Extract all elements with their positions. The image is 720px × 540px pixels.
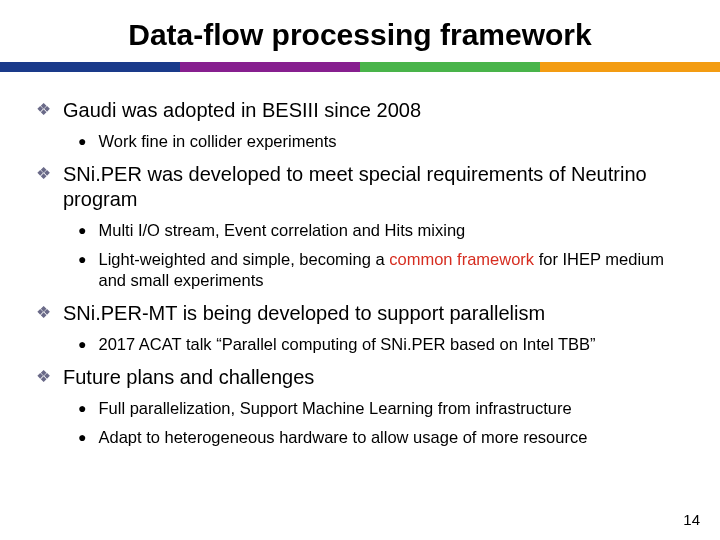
stripe-segment	[360, 62, 540, 72]
bullet-l2: ● Light-weighted and simple, becoming a …	[78, 249, 692, 291]
bullet-l2-text: Adapt to heterogeneous hardware to allow…	[98, 427, 587, 448]
bullet-l1-text: Gaudi was adopted in BESIII since 2008	[63, 98, 421, 123]
text-span: Light-weighted and simple, becoming a	[98, 250, 389, 268]
bullet-l2-text: 2017 ACAT talk “Parallel computing of SN…	[98, 334, 595, 355]
bullet-l2: ● Multi I/O stream, Event correlation an…	[78, 220, 692, 241]
dot-bullet-icon: ●	[78, 398, 86, 418]
slide-title: Data-flow processing framework	[0, 0, 720, 62]
bullet-l1-text: SNi.PER was developed to meet special re…	[63, 162, 692, 212]
diamond-bullet-icon: ❖	[36, 365, 51, 388]
bullet-l2-text: Light-weighted and simple, becoming a co…	[98, 249, 692, 291]
bullet-l2: ● Work fine in collider experiments	[78, 131, 692, 152]
accent-stripe	[0, 62, 720, 72]
bullet-l1-text: SNi.PER-MT is being developed to support…	[63, 301, 545, 326]
bullet-l2: ● 2017 ACAT talk “Parallel computing of …	[78, 334, 692, 355]
stripe-segment	[0, 62, 180, 72]
bullet-l1-text: Future plans and challenges	[63, 365, 314, 390]
dot-bullet-icon: ●	[78, 131, 86, 151]
bullet-l2: ● Full parallelization, Support Machine …	[78, 398, 692, 419]
slide-body: ❖ Gaudi was adopted in BESIII since 2008…	[0, 72, 720, 448]
page-number: 14	[683, 511, 700, 528]
diamond-bullet-icon: ❖	[36, 162, 51, 185]
stripe-segment	[180, 62, 360, 72]
dot-bullet-icon: ●	[78, 334, 86, 354]
dot-bullet-icon: ●	[78, 427, 86, 447]
slide: Data-flow processing framework ❖ Gaudi w…	[0, 0, 720, 540]
stripe-segment	[540, 62, 720, 72]
bullet-l1: ❖ SNi.PER was developed to meet special …	[36, 162, 692, 212]
diamond-bullet-icon: ❖	[36, 301, 51, 324]
highlight-text: common framework	[389, 250, 534, 268]
bullet-l1: ❖ Future plans and challenges	[36, 365, 692, 390]
dot-bullet-icon: ●	[78, 249, 86, 269]
bullet-l2-text: Full parallelization, Support Machine Le…	[98, 398, 571, 419]
bullet-l2-text: Multi I/O stream, Event correlation and …	[98, 220, 465, 241]
dot-bullet-icon: ●	[78, 220, 86, 240]
bullet-l1: ❖ SNi.PER-MT is being developed to suppo…	[36, 301, 692, 326]
bullet-l2-text: Work fine in collider experiments	[98, 131, 336, 152]
bullet-l1: ❖ Gaudi was adopted in BESIII since 2008	[36, 98, 692, 123]
diamond-bullet-icon: ❖	[36, 98, 51, 121]
bullet-l2: ● Adapt to heterogeneous hardware to all…	[78, 427, 692, 448]
